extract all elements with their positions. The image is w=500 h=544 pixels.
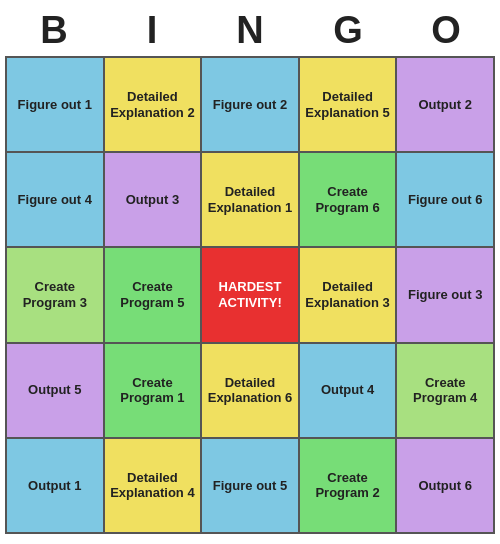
bingo-cell-7[interactable]: Detailed Explanation 1: [202, 153, 298, 246]
bingo-cell-10[interactable]: Create Program 3: [7, 248, 103, 341]
bingo-cell-13[interactable]: Detailed Explanation 3: [300, 248, 396, 341]
bingo-cell-12[interactable]: HARDEST ACTIVITY!: [202, 248, 298, 341]
bingo-letter: O: [401, 9, 491, 52]
bingo-cell-15[interactable]: Output 5: [7, 344, 103, 437]
bingo-cell-11[interactable]: Create Program 5: [105, 248, 201, 341]
bingo-letter: I: [107, 9, 197, 52]
bingo-cell-5[interactable]: Figure out 4: [7, 153, 103, 246]
bingo-cell-22[interactable]: Figure out 5: [202, 439, 298, 532]
bingo-letter: B: [9, 9, 99, 52]
bingo-cell-1[interactable]: Detailed Explanation 2: [105, 58, 201, 151]
bingo-cell-19[interactable]: Create Program 4: [397, 344, 493, 437]
bingo-letter: G: [303, 9, 393, 52]
bingo-cell-17[interactable]: Detailed Explanation 6: [202, 344, 298, 437]
bingo-cell-23[interactable]: Create Program 2: [300, 439, 396, 532]
bingo-grid: Figure out 1Detailed Explanation 2Figure…: [5, 56, 495, 534]
bingo-cell-8[interactable]: Create Program 6: [300, 153, 396, 246]
bingo-cell-14[interactable]: Figure out 3: [397, 248, 493, 341]
bingo-letter: N: [205, 9, 295, 52]
bingo-cell-6[interactable]: Output 3: [105, 153, 201, 246]
bingo-cell-9[interactable]: Figure out 6: [397, 153, 493, 246]
bingo-cell-20[interactable]: Output 1: [7, 439, 103, 532]
bingo-cell-0[interactable]: Figure out 1: [7, 58, 103, 151]
bingo-cell-21[interactable]: Detailed Explanation 4: [105, 439, 201, 532]
bingo-cell-24[interactable]: Output 6: [397, 439, 493, 532]
bingo-cell-4[interactable]: Output 2: [397, 58, 493, 151]
bingo-cell-3[interactable]: Detailed Explanation 5: [300, 58, 396, 151]
bingo-cell-18[interactable]: Output 4: [300, 344, 396, 437]
bingo-cell-2[interactable]: Figure out 2: [202, 58, 298, 151]
bingo-cell-16[interactable]: Create Program 1: [105, 344, 201, 437]
bingo-header: BINGO: [5, 4, 495, 56]
